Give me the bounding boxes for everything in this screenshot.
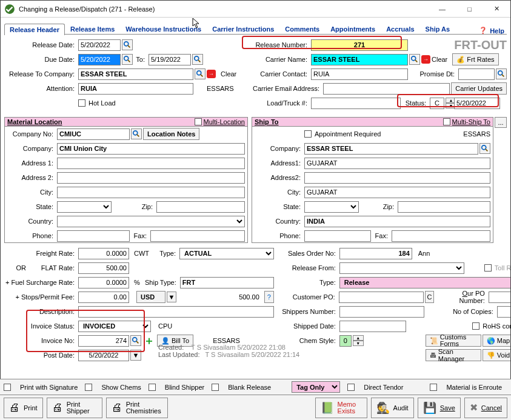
custpo-input[interactable] xyxy=(339,292,424,303)
description-input[interactable] xyxy=(78,306,274,318)
shippers-input[interactable] xyxy=(339,306,424,318)
copies-input[interactable] xyxy=(497,306,511,318)
release-number-input[interactable] xyxy=(311,39,408,51)
chem-spin-up[interactable]: ▲ xyxy=(353,335,364,341)
tab-comments[interactable]: Comments xyxy=(279,23,325,35)
st-company-input[interactable] xyxy=(304,143,478,155)
invoice-no-input[interactable] xyxy=(78,335,129,347)
tab-release-header[interactable]: Release Header xyxy=(4,24,65,35)
tab-release-items[interactable]: Release Items xyxy=(65,23,120,35)
type-select[interactable]: ACTUAL xyxy=(179,248,274,259)
close-button[interactable]: ✕ xyxy=(483,1,510,18)
release-to-clear[interactable]: Clear xyxy=(217,68,240,80)
fuel-rate-input[interactable] xyxy=(78,277,129,288)
ml-state-select[interactable] xyxy=(57,201,112,213)
attention-input[interactable] xyxy=(78,83,193,95)
status-input[interactable] xyxy=(430,98,444,109)
rohs-checkbox[interactable] xyxy=(472,322,479,330)
shipto-more-button[interactable]: ... xyxy=(495,117,507,128)
tag-only-select[interactable]: Tag Only xyxy=(292,381,340,393)
due-date-input[interactable] xyxy=(78,54,121,65)
to-date-lookup[interactable] xyxy=(192,54,203,65)
carrier-clear[interactable]: Clear xyxy=(432,56,451,63)
ourpo-input[interactable] xyxy=(489,292,511,303)
carrier-name-input[interactable] xyxy=(311,54,408,65)
release-to-lookup[interactable] xyxy=(195,68,205,79)
hot-load-checkbox[interactable] xyxy=(78,99,85,107)
show-chems-checkbox[interactable] xyxy=(85,384,92,391)
customs-forms-button[interactable]: 📜 Customs Forms xyxy=(426,335,481,347)
tab-accruals[interactable]: Accruals xyxy=(381,23,419,35)
cancel-button[interactable]: ✖Cancel xyxy=(464,398,507,418)
multi-shipto-checkbox[interactable] xyxy=(443,118,450,125)
print-chem-button[interactable]: 🖨Print Chemistries xyxy=(106,398,168,418)
ml-city-input[interactable] xyxy=(57,187,245,198)
chem-spin-down[interactable]: ▼ xyxy=(353,341,364,346)
carrier-contact-input[interactable] xyxy=(311,68,408,80)
currency-dropdown[interactable]: ▼ xyxy=(167,292,176,302)
due-date-lookup[interactable] xyxy=(122,54,133,65)
rtype-select[interactable]: Release xyxy=(339,277,511,288)
st-company-lookup[interactable] xyxy=(479,143,490,154)
promise-dt-input[interactable] xyxy=(458,68,495,80)
stops-input[interactable] xyxy=(78,292,129,303)
ml-company-input[interactable] xyxy=(57,143,245,155)
tab-ship-as[interactable]: Ship As xyxy=(420,23,456,35)
release-date-lookup[interactable] xyxy=(122,39,133,50)
flat-rate-input[interactable] xyxy=(78,262,129,274)
shiptype-input[interactable] xyxy=(180,277,274,288)
to-date-input[interactable] xyxy=(149,54,191,65)
shipped-date-input[interactable] xyxy=(339,321,406,332)
appt-req-checkbox[interactable] xyxy=(304,130,312,138)
release-from-select[interactable] xyxy=(339,262,464,274)
frt-rates-button[interactable]: 💰 Frt Rates xyxy=(452,53,498,65)
so-input[interactable] xyxy=(339,248,412,259)
post-date-lookup[interactable]: ▼ xyxy=(130,350,141,361)
company-no-lookup[interactable] xyxy=(131,128,142,139)
audit-button[interactable]: 🕵Audit xyxy=(371,398,414,418)
print-shipper-button[interactable]: 🖨Print Shipper xyxy=(47,398,102,418)
map-button[interactable]: 🌎 Map xyxy=(483,335,511,347)
tab-carrier-instructions[interactable]: Carrier Instructions xyxy=(207,23,279,35)
blind-checkbox[interactable] xyxy=(149,384,156,391)
st-addr2-input[interactable] xyxy=(304,172,490,184)
st-phone-input[interactable] xyxy=(304,230,371,242)
save-button[interactable]: 💾Save xyxy=(418,398,461,418)
direct-checkbox[interactable] xyxy=(347,384,355,391)
carrier-updates-button[interactable]: Carrier Updates xyxy=(451,82,507,95)
print-sig-checkbox[interactable] xyxy=(4,384,11,391)
custpo-c-button[interactable]: C xyxy=(425,291,435,303)
st-zip-input[interactable] xyxy=(398,201,490,213)
company-no-input[interactable] xyxy=(57,128,130,140)
freight-rate-input[interactable] xyxy=(78,248,129,259)
print-button[interactable]: 🖨Print xyxy=(4,398,43,418)
carrier-name-lookup[interactable] xyxy=(409,54,420,65)
memo-button[interactable]: 📗Memo Exists xyxy=(315,398,367,418)
enroute-checkbox[interactable] xyxy=(430,384,437,391)
currency-button[interactable]: USD xyxy=(136,291,165,303)
load-truck-input[interactable] xyxy=(311,98,401,109)
location-notes-button[interactable]: Location Notes xyxy=(143,128,199,140)
chem-input[interactable] xyxy=(339,335,352,347)
maximize-button[interactable]: □ xyxy=(456,1,483,18)
blank-checkbox[interactable] xyxy=(212,384,219,391)
multi-location-checkbox[interactable] xyxy=(195,118,202,125)
plus-icon[interactable]: ＋ xyxy=(144,333,155,348)
ml-phone-input[interactable] xyxy=(57,230,130,242)
void-button[interactable]: 👎 Void xyxy=(483,349,511,361)
invoice-status-select[interactable]: INVOICED xyxy=(78,321,151,332)
ml-country-select[interactable] xyxy=(57,216,245,227)
st-state-select[interactable] xyxy=(304,201,359,213)
tab-appointments[interactable]: Appointments xyxy=(325,23,381,35)
status-date-input[interactable] xyxy=(454,98,500,109)
release-date-input[interactable] xyxy=(78,39,121,51)
help-q-button[interactable]: ? xyxy=(264,291,274,303)
st-country-input[interactable] xyxy=(304,216,490,227)
ml-zip-input[interactable] xyxy=(156,201,245,213)
promise-dt-lookup[interactable] xyxy=(496,68,507,79)
ml-fax-input[interactable] xyxy=(150,230,245,242)
minimize-button[interactable]: ― xyxy=(429,1,456,18)
scan-manager-button[interactable]: 🖷 Scan Manager xyxy=(426,349,481,361)
release-to-input[interactable] xyxy=(78,68,193,80)
invoice-no-lookup[interactable] xyxy=(130,335,141,346)
